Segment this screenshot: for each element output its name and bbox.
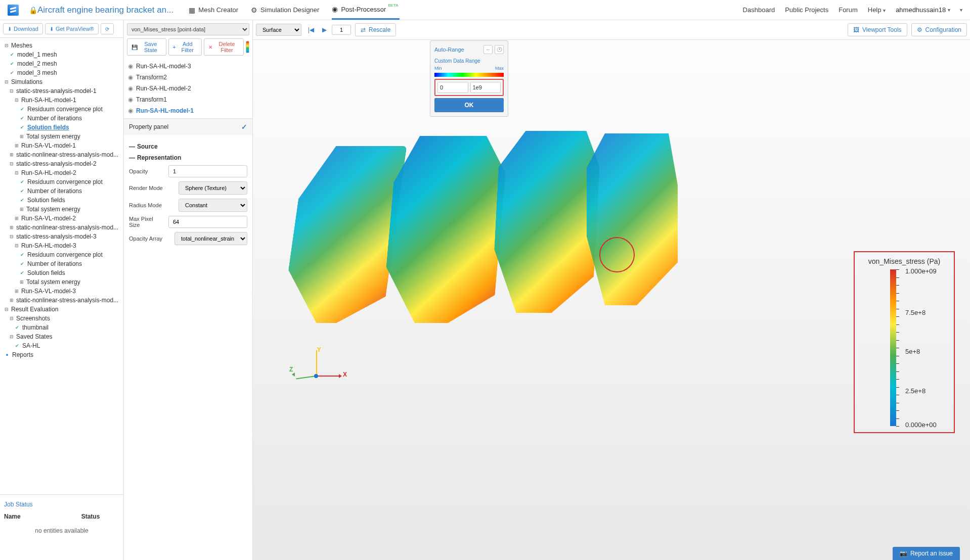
eye-icon[interactable]: ◉ <box>128 96 133 103</box>
tab-simulation-designer[interactable]: ⚙ Simulation Designer <box>251 0 319 20</box>
report-issue-button[interactable]: 📷 Report an issue <box>893 547 960 560</box>
expand-icon[interactable]: ⊞ <box>14 143 19 148</box>
configuration-button[interactable]: ⚙ Configuration <box>911 23 967 36</box>
auto-range-time-button[interactable]: 🕐 <box>495 45 504 54</box>
tree-item[interactable]: ⊞Run-SA-VL-model-3 <box>2 287 121 296</box>
fem-model-render[interactable] <box>283 116 678 358</box>
tree-item[interactable]: ⊞Total system energy <box>2 277 121 287</box>
expand-icon[interactable]: ⊞ <box>9 225 14 230</box>
collapse-icon[interactable]: ⊟ <box>14 170 19 175</box>
nav-dashboard[interactable]: Dashboard <box>743 6 775 14</box>
tree-item[interactable]: ✔thumbnail <box>2 323 121 332</box>
tree-item[interactable]: ⊞Run-SA-VL-model-2 <box>2 214 121 223</box>
add-filter-button[interactable]: +Add Filter <box>168 38 202 56</box>
tab-mesh-creator[interactable]: ▦ Mesh Creator <box>189 0 238 20</box>
pipeline-item[interactable]: ◉Run-SA-HL-model-3 <box>127 61 249 72</box>
opacity-array-select[interactable]: total_nonlinear_strain <box>174 232 247 245</box>
ok-button[interactable]: OK <box>434 98 504 112</box>
check-icon[interactable]: ✓ <box>241 123 247 131</box>
data-field-select[interactable]: von_Mises_stress [point-data] <box>127 23 249 35</box>
tree-item[interactable]: ✔Number of iterations <box>2 114 121 123</box>
render-style-select[interactable]: Surface <box>256 24 301 36</box>
collapse-icon[interactable]: ⊟ <box>9 88 14 94</box>
collapse-icon[interactable]: ⊟ <box>9 334 14 339</box>
collapse-icon[interactable]: ⊟ <box>4 43 9 48</box>
collapse-icon[interactable]: ⊟ <box>9 234 14 239</box>
expand-icon[interactable]: ⊞ <box>9 298 14 303</box>
tree-item[interactable]: ⊞static-nonlinear-stress-analysis-mod... <box>2 296 121 305</box>
max-pixel-input[interactable] <box>168 216 247 228</box>
expand-icon[interactable]: ⊞ <box>14 216 19 221</box>
play-button[interactable]: ▶ <box>319 24 330 35</box>
render-mode-select[interactable]: Sphere (Texture) <box>179 181 247 195</box>
nav-public-projects[interactable]: Public Projects <box>785 6 828 14</box>
source-section[interactable]: —Source <box>129 143 247 150</box>
viewport-3d[interactable]: Y X Z von_Mises_stress (Pa) <box>253 40 970 560</box>
tree-item[interactable]: ⊞static-nonlinear-stress-analysis-mod... <box>2 223 121 232</box>
collapse-icon[interactable]: ⊟ <box>4 79 9 84</box>
tree-reports[interactable]: ●Reports <box>2 350 121 359</box>
tree-item[interactable]: ⊟Screenshots <box>2 314 121 323</box>
collapse-icon[interactable]: ⊟ <box>4 307 9 312</box>
save-state-button[interactable]: 💾Save State <box>127 38 166 56</box>
tree-item[interactable]: ✔Residuum convergence plot <box>2 250 121 259</box>
tree-item-solution-fields[interactable]: ✔Solution fields <box>2 123 121 132</box>
delete-filter-button[interactable]: ✕Delete Filter <box>204 38 244 56</box>
tree-item[interactable]: ✔model_1 mesh <box>2 50 121 59</box>
tree-item[interactable]: ⊟Run-SA-HL-model-2 <box>2 168 121 177</box>
tree-item[interactable]: ⊟static-stress-analysis-model-2 <box>2 159 121 168</box>
tree-item[interactable]: ⊟static-stress-analysis-model-3 <box>2 232 121 241</box>
collapse-icon[interactable]: ⊟ <box>9 161 14 166</box>
tree-item[interactable]: ✔Number of iterations <box>2 186 121 196</box>
opacity-input[interactable] <box>168 165 247 177</box>
frame-input[interactable] <box>332 25 351 35</box>
tree-item[interactable]: ✔model_3 mesh <box>2 68 121 77</box>
viewport-tools-button[interactable]: 🖼 Viewport Tools <box>848 23 907 36</box>
app-logo[interactable] <box>8 5 19 16</box>
tree-item[interactable]: ✔SA-HL <box>2 341 121 350</box>
collapse-icon[interactable]: ⊟ <box>9 316 14 321</box>
project-title[interactable]: Aircraft engine bearing bracket an... <box>37 5 173 15</box>
pipeline-item[interactable]: ◉Transform2 <box>127 72 249 83</box>
eye-icon[interactable]: ◉ <box>128 63 133 70</box>
pipeline-item[interactable]: ◉Run-SA-HL-model-2 <box>127 83 249 94</box>
max-input[interactable] <box>470 82 501 93</box>
representation-section[interactable]: —Representation <box>129 154 247 161</box>
radius-mode-select[interactable]: Constant <box>179 199 247 212</box>
collapse-icon[interactable]: ⊟ <box>14 243 19 248</box>
tree-simulations[interactable]: ⊟Simulations <box>2 77 121 86</box>
rescale-button[interactable]: ⇄ Rescale <box>355 23 396 36</box>
download-button[interactable]: ⬇Download <box>3 23 43 34</box>
tree-item[interactable]: ⊞Total system energy <box>2 205 121 214</box>
tree-item[interactable]: ⊞static-nonlinear-stress-analysis-mod... <box>2 150 121 159</box>
tree-item[interactable]: ✔Solution fields <box>2 196 121 205</box>
expand-icon[interactable]: ⊞ <box>14 289 19 294</box>
eye-icon[interactable]: ◉ <box>128 85 133 92</box>
paraview-button[interactable]: ⬇Get ParaView® <box>45 23 99 34</box>
tree-item[interactable]: ✔Residuum convergence plot <box>2 105 121 114</box>
nav-help[interactable]: Help ▾ <box>868 6 886 14</box>
tree-item[interactable]: ✔Residuum convergence plot <box>2 177 121 186</box>
tree-item[interactable]: ⊟Run-SA-HL-model-3 <box>2 241 121 250</box>
expand-icon[interactable]: ⊞ <box>19 134 24 139</box>
user-menu[interactable]: ahmedhussain18 ▾ ▾ <box>896 6 962 14</box>
eye-icon[interactable]: ◉ <box>128 107 133 114</box>
property-panel-header[interactable]: Property panel ✓ <box>124 119 252 135</box>
tree-item[interactable]: ⊟Run-SA-HL-model-1 <box>2 96 121 105</box>
tree-item[interactable]: ⊞Total system energy <box>2 132 121 141</box>
tree-item[interactable]: ✔Number of iterations <box>2 259 121 268</box>
tree-result-eval[interactable]: ⊟Result Evaluation <box>2 305 121 314</box>
refresh-button[interactable]: ⟳ <box>101 23 114 34</box>
step-back-button[interactable]: |◀ <box>305 24 317 35</box>
eye-icon[interactable]: ◉ <box>128 74 133 81</box>
tree-item[interactable]: ⊟static-stress-analysis-model-1 <box>2 86 121 96</box>
tree-meshes[interactable]: ⊟Meshes <box>2 41 121 50</box>
tree-item[interactable]: ⊟Saved States <box>2 332 121 341</box>
colormap-button[interactable] <box>246 41 249 53</box>
axis-indicator[interactable]: Y X Z <box>293 348 339 393</box>
min-input[interactable] <box>437 82 468 93</box>
tree-item[interactable]: ✔model_2 mesh <box>2 59 121 68</box>
tab-post-processor[interactable]: ◉ Post-Processor BETA <box>332 0 399 20</box>
expand-icon[interactable]: ⊞ <box>19 207 24 212</box>
nav-forum[interactable]: Forum <box>839 6 858 14</box>
